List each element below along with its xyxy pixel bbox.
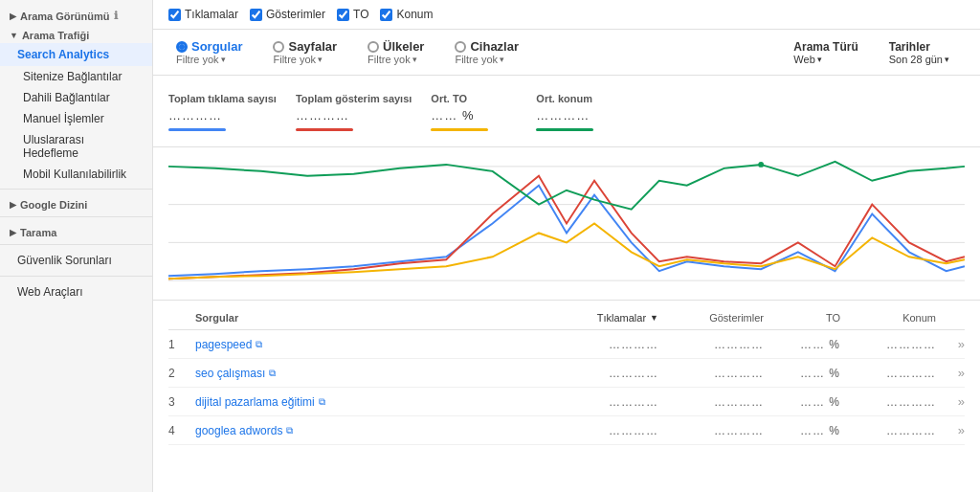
sidebar-section-label-3: Google Dizini xyxy=(20,199,87,211)
main-content: Tıklamalar Gösterimler TO Konum Sorgular… xyxy=(153,0,980,492)
dot-green xyxy=(758,162,764,168)
col-header-query: Sorgular xyxy=(195,312,553,324)
checkbox-gosterimler[interactable]: Gösterimler xyxy=(250,8,325,21)
metric-title-impr: Toplam gösterim sayısı xyxy=(296,93,412,104)
metric-line-clicks xyxy=(168,128,226,131)
row-clicks-3: ………… xyxy=(553,395,658,409)
metric-line-ctr xyxy=(431,128,488,131)
sort-arrow-icon: ▼ xyxy=(650,313,658,323)
row-clicks-2: ………… xyxy=(553,367,658,380)
chart-svg xyxy=(168,147,965,300)
sidebar: ▶ Arama Görünümü ℹ ▼ Arama Trafiği Searc… xyxy=(0,0,153,492)
chevron-down-icon-2: ▾ xyxy=(318,55,323,64)
metric-avg-ctr: Ort. TO …… % xyxy=(431,85,536,146)
row-expand-1[interactable]: » xyxy=(936,337,965,351)
table-row: 2 seo çalışması ⧉ ………… ………… …… % ………… » xyxy=(168,359,965,388)
line-gosterimler xyxy=(168,176,965,279)
col-header-clicks[interactable]: Tıklamalar ▼ xyxy=(553,312,658,324)
dimension-sayfalar[interactable]: Sayfalar Filtre yok ▾ xyxy=(265,35,345,69)
filters-row: Tıklamalar Gösterimler TO Konum xyxy=(153,0,980,30)
sidebar-item-dahili-baglantilar[interactable]: Dahili Bağlantılar xyxy=(0,87,152,108)
row-num-2: 2 xyxy=(168,367,195,380)
divider xyxy=(0,189,152,190)
checkbox-to[interactable]: TO xyxy=(337,8,368,21)
dimension-ulkeler[interactable]: Ülkeler Filtre yok ▾ xyxy=(360,35,432,69)
dimension-cihazlar[interactable]: Cihazlar Filtre yok ▾ xyxy=(447,35,526,69)
sidebar-item-sitenize-baglanti[interactable]: Sitenize Bağlantılar xyxy=(0,66,152,87)
radio-sorgular xyxy=(176,41,188,53)
row-num-1: 1 xyxy=(168,338,195,351)
chart-area xyxy=(153,147,980,301)
radio-ulkeler xyxy=(368,41,379,53)
table-row: 1 pagespeed ⧉ ………… ………… …… % ………… » xyxy=(168,330,965,359)
checkbox-tiklamalar[interactable]: Tıklamalar xyxy=(168,8,238,21)
row-num-3: 3 xyxy=(168,395,195,409)
row-pos-3: ………… xyxy=(840,395,936,409)
row-query-1[interactable]: pagespeed ⧉ xyxy=(195,338,553,351)
divider-4 xyxy=(0,276,152,277)
sidebar-item-uluslararasi[interactable]: Uluslararası Hedefleme xyxy=(0,129,152,164)
row-impr-3: ………… xyxy=(658,395,764,409)
sidebar-section-label: Arama Görünümü xyxy=(20,11,110,22)
radio-sayfalar xyxy=(273,41,284,53)
row-query-2[interactable]: seo çalışması ⧉ xyxy=(195,367,553,380)
external-link-icon-4: ⧉ xyxy=(286,425,293,436)
metric-line-impr xyxy=(296,128,353,131)
metric-title-clicks: Toplam tıklama sayısı xyxy=(168,93,277,104)
sidebar-section-tarama[interactable]: ▶ Tarama xyxy=(0,221,152,240)
chevron-down-icon-4: ▾ xyxy=(500,55,504,64)
sidebar-item-manuel-islemler[interactable]: Manuel İşlemler xyxy=(0,108,152,129)
sidebar-section-label-2: Arama Trafiği xyxy=(22,30,89,41)
col-header-pos[interactable]: Konum xyxy=(840,312,936,324)
row-ctr-4: …… % xyxy=(764,424,840,437)
dimension-row: Sorgular Filtre yok ▾ Sayfalar Filtre yo… xyxy=(153,30,980,76)
line-tiklamalar xyxy=(168,186,965,276)
row-impr-4: ………… xyxy=(658,424,764,437)
row-expand-2[interactable]: » xyxy=(936,366,965,380)
chevron-down-icon-5: ▾ xyxy=(817,55,822,64)
sidebar-item-web-araclari[interactable]: Web Araçları xyxy=(0,280,152,303)
metric-value-ctr: …… % xyxy=(431,108,517,123)
sidebar-section-arama-gorunumu[interactable]: ▶ Arama Görünümü ℹ xyxy=(0,4,152,24)
sidebar-item-search-analytics[interactable]: Search Analytics xyxy=(0,43,152,66)
sidebar-item-guvenlik[interactable]: Güvenlik Sorunları xyxy=(0,249,152,272)
radio-cihazlar xyxy=(455,41,466,53)
line-konum xyxy=(168,162,965,210)
col-header-impr[interactable]: Gösterimler xyxy=(658,312,764,324)
metric-line-pos xyxy=(536,128,593,131)
row-ctr-3: …… % xyxy=(764,395,840,409)
row-ctr-1: …… % xyxy=(764,338,840,351)
row-pos-1: ………… xyxy=(840,338,936,351)
chevron-down-icon-6: ▾ xyxy=(945,55,949,64)
filter-tarihler[interactable]: Tarihler Son 28 gün ▾ xyxy=(889,40,949,65)
metric-value-impr: ………… xyxy=(296,108,412,123)
col-header-ctr[interactable]: TO xyxy=(764,312,840,324)
metric-total-impr: Toplam gösterim sayısı ………… xyxy=(296,85,431,146)
row-query-3[interactable]: dijital pazarlama eğitimi ⧉ xyxy=(195,395,553,409)
metric-total-clicks: Toplam tıklama sayısı ………… xyxy=(168,85,296,146)
arrow-icon: ▶ xyxy=(10,11,16,21)
row-expand-4[interactable]: » xyxy=(936,423,965,437)
checkbox-konum[interactable]: Konum xyxy=(380,8,433,21)
chevron-down-icon: ▾ xyxy=(221,55,226,64)
metric-avg-pos: Ort. konum ………… xyxy=(536,85,641,146)
row-pos-2: ………… xyxy=(840,367,936,380)
row-clicks-4: ………… xyxy=(553,424,658,437)
sidebar-section-google-dizini[interactable]: ▶ Google Dizini xyxy=(0,193,152,212)
arrow-icon-3: ▶ xyxy=(10,200,16,210)
row-query-4[interactable]: googlea adwords ⧉ xyxy=(195,424,553,437)
row-expand-3[interactable]: » xyxy=(936,394,965,409)
row-clicks-1: ………… xyxy=(553,338,658,351)
external-link-icon-2: ⧉ xyxy=(269,368,276,379)
arrow-icon-2: ▼ xyxy=(10,31,18,40)
metrics-row: Toplam tıklama sayısı ………… Toplam göster… xyxy=(153,76,980,147)
row-num-4: 4 xyxy=(168,424,195,437)
row-ctr-2: …… % xyxy=(764,367,840,380)
sidebar-item-mobil[interactable]: Mobil Kullanılabilirlik xyxy=(0,164,152,185)
filter-arama-turu[interactable]: Arama Türü Web ▾ xyxy=(793,40,858,65)
table-row: 3 dijital pazarlama eğitimi ⧉ ………… ………… … xyxy=(168,388,965,416)
table-area: Sorgular Tıklamalar ▼ Gösterimler TO Kon… xyxy=(153,301,980,453)
row-impr-2: ………… xyxy=(658,367,764,380)
sidebar-section-arama-trafigi[interactable]: ▼ Arama Trafiği xyxy=(0,24,152,43)
dimension-sorgular[interactable]: Sorgular Filtre yok ▾ xyxy=(168,35,250,69)
